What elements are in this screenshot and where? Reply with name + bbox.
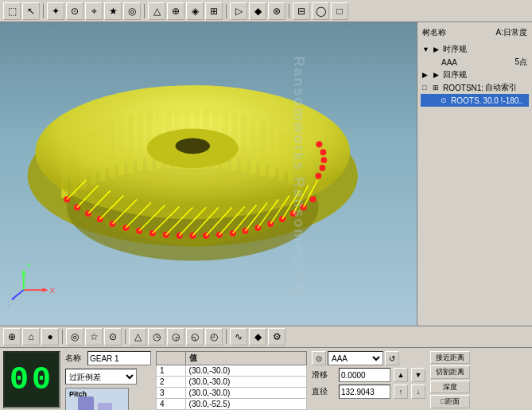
toolbar-icon-3[interactable]: ✦	[47, 2, 64, 20]
toolbar-icon-7[interactable]: ◎	[123, 2, 141, 20]
bottom-tb-icon-13[interactable]: ◆	[249, 328, 266, 346]
row2-val: (30.0,-30.0)	[185, 377, 306, 388]
diameter-btn1[interactable]: ↑	[394, 385, 408, 399]
bottom-tb-icon-11[interactable]: ◴	[205, 328, 223, 346]
table-row[interactable]: 1 (30.0,-30.0)	[157, 365, 307, 377]
tree-node-icon-1: ▶	[430, 44, 441, 55]
tree-item-label-2: AAA	[441, 58, 457, 67]
svg-marker-84	[42, 287, 47, 292]
toolbar-icon-2[interactable]: ↖	[22, 2, 40, 20]
bottom-tb-icon-1[interactable]: ⊕	[3, 328, 21, 346]
tree-item-5[interactable]: ⊙ ROOTS. 30.0 !-180..	[421, 94, 529, 107]
viewport[interactable]: X Y Z Ransomworks Ransomworks	[0, 22, 417, 326]
tree-col1-label: 树名称	[422, 27, 446, 38]
approach-distance-label: 接近距离	[436, 353, 464, 363]
toolbar-icon-13[interactable]: ◆	[249, 2, 266, 20]
refresh-icon-btn[interactable]: ↺	[385, 351, 399, 365]
toolbar-icon-1[interactable]: ⬚	[3, 2, 21, 20]
param-row-diameter: 直径 ↑ ↓	[312, 385, 425, 399]
icon-controls-row: ⊙ AAA ↺	[312, 351, 425, 365]
depth-btn[interactable]: 深度	[430, 381, 470, 393]
svg-rect-93	[98, 403, 112, 410]
expand-icon-4[interactable]: □	[422, 84, 430, 92]
toolbar-icon-14[interactable]: ⊛	[268, 2, 285, 20]
bottom-tb-icon-4[interactable]: ◎	[66, 328, 83, 346]
expand-icon-3[interactable]: ▶	[422, 71, 430, 79]
slip-input[interactable]	[339, 368, 390, 382]
face-distance-btn[interactable]: □距面	[430, 395, 470, 408]
tree-item-value-2: 5点	[515, 57, 527, 68]
bottom-tb-icon-12[interactable]: ∿	[230, 328, 247, 346]
bottom-tb-icon-7[interactable]: △	[129, 328, 146, 346]
toolbar-icon-6[interactable]: ★	[104, 2, 122, 20]
table-row[interactable]: 4 (30.0,-52.5)	[157, 399, 307, 410]
row1-val: (30.0,-30.0)	[185, 365, 306, 377]
toolbar-icon-17[interactable]: □	[331, 2, 348, 20]
svg-point-79	[319, 165, 325, 171]
approach-distance-btn[interactable]: 接近距离	[430, 351, 470, 364]
svg-text:Y: Y	[26, 261, 32, 270]
tree-item-1[interactable]: ▼ ▶ 时序规	[421, 43, 529, 56]
face-distance-label: □距面	[441, 396, 459, 407]
svg-text:Z: Z	[8, 299, 9, 307]
expand-icon-1[interactable]: ▼	[422, 45, 430, 53]
tree-node-icon-4: ⊞	[430, 82, 441, 93]
tree-item-3[interactable]: ▶ ▶ 回序规	[421, 68, 529, 81]
top-toolbar: ⬚ ↖ ✦ ⊙ ⌖ ★ ◎ △ ⊕ ◈ ⊞ ▷ ◆ ⊛ ⊟ ◯ □	[0, 0, 532, 22]
toolbar-icon-5[interactable]: ⌖	[85, 2, 103, 20]
cut-distance-label: 切割距离	[436, 367, 464, 377]
toolbar-icon-12[interactable]: ▷	[230, 2, 247, 20]
aaa-dropdown[interactable]: AAA	[328, 351, 383, 365]
gear-name-input[interactable]	[87, 351, 151, 365]
pitch-label: Pitch	[69, 390, 87, 398]
toolbar-separator-1	[43, 4, 44, 18]
bottom-tb-icon-10[interactable]: ◵	[186, 328, 204, 346]
diameter-input[interactable]	[339, 385, 390, 399]
toolbar-icon-4[interactable]: ⊙	[66, 2, 83, 20]
tree-item-4[interactable]: □ ⊞ ROOTSN1: 自动索引	[421, 81, 529, 94]
toolbar-icon-11[interactable]: ⊞	[205, 2, 223, 20]
table-row[interactable]: 3 (30.0,-30.0)	[157, 388, 307, 399]
main-area: X Y Z Ransomworks Ransomworks 树名称 A:日常度 …	[0, 22, 532, 326]
bottom-tb-sep-2	[125, 330, 126, 344]
svg-point-55	[290, 210, 297, 217]
toolbar-icon-15[interactable]: ⊟	[293, 2, 310, 20]
svg-point-81	[320, 149, 326, 155]
slip-decrement-btn[interactable]: ▼	[411, 368, 425, 382]
bottom-tb-sep-3	[226, 330, 227, 344]
table-row[interactable]: 2 (30.0,-30.0)	[157, 377, 307, 388]
view-icon-btn[interactable]: ⊙	[312, 351, 326, 365]
depth-label: 深度	[443, 382, 457, 392]
bottom-tb-icon-8[interactable]: ◷	[148, 328, 165, 346]
bottom-tb-sep-1	[62, 330, 63, 344]
gear-visualization: X Y Z	[8, 30, 417, 322]
row4-val: (30.0,-52.5)	[185, 399, 306, 410]
cut-distance-btn[interactable]: 切割距离	[430, 365, 470, 378]
row4-num: 4	[157, 399, 186, 410]
bottom-tb-icon-9[interactable]: ◶	[167, 328, 184, 346]
tree-item-2[interactable]: AAA 5点	[421, 56, 529, 68]
pitch-offset-box: Pitch Offset	[65, 388, 129, 410]
slip-increment-btn[interactable]: ▲	[394, 368, 408, 382]
tree-col2-label: A:日常度	[496, 27, 527, 38]
data-table-container: 值 1 (30.0,-30.0) 2 (30.0,-30.0) 3 (30.0,…	[156, 351, 307, 410]
expand-icon-2	[433, 58, 441, 66]
digital-display: 00	[3, 351, 60, 408]
bottom-tb-icon-2[interactable]: ⌂	[22, 328, 40, 346]
svg-point-57	[310, 197, 316, 203]
toolbar-icon-8[interactable]: △	[148, 2, 165, 20]
bottom-tb-icon-5[interactable]: ☆	[85, 328, 103, 346]
bottom-tb-icon-14[interactable]: ⚙	[268, 328, 285, 346]
distance-dropdown[interactable]: 过距例差	[65, 369, 137, 385]
bottom-tb-icon-6[interactable]: ⊙	[104, 328, 122, 346]
toolbar-icon-16[interactable]: ◯	[312, 2, 329, 20]
svg-point-78	[315, 173, 321, 179]
diameter-btn2[interactable]: ↓	[411, 385, 425, 399]
table-col-num	[157, 352, 186, 365]
bottom-tb-icon-3[interactable]: ●	[41, 328, 59, 346]
svg-point-80	[320, 157, 327, 163]
right-side-buttons: 接近距离 切割距离 深度 □距面 快束距离	[430, 351, 470, 410]
name-label: 名称	[65, 353, 84, 364]
toolbar-icon-10[interactable]: ◈	[186, 2, 204, 20]
toolbar-icon-9[interactable]: ⊕	[167, 2, 184, 20]
